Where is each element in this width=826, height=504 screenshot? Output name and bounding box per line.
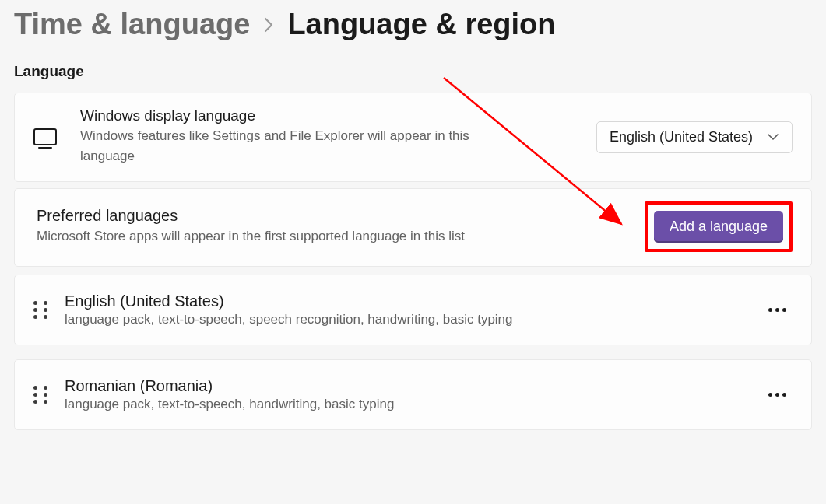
breadcrumb-parent-link[interactable]: Time & language [14,8,250,41]
language-more-button[interactable] [761,379,793,410]
language-features: language pack, text-to-speech, handwriti… [65,397,747,412]
language-name: Romanian (Romania) [65,377,747,395]
display-language-card: Windows display language Windows feature… [14,93,812,182]
preferred-languages-title: Preferred languages [37,207,645,225]
drag-handle-icon[interactable] [33,301,51,318]
drag-handle-icon[interactable] [33,386,51,403]
language-name: English (United States) [65,292,747,310]
language-item: English (United States) language pack, t… [14,275,812,345]
chevron-down-icon [767,133,779,141]
display-language-value: English (United States) [610,129,753,145]
preferred-languages-subtitle: Microsoft Store apps will appear in the … [37,226,645,247]
add-language-button[interactable]: Add a language [654,211,783,243]
display-language-dropdown[interactable]: English (United States) [596,121,793,153]
language-item: Romanian (Romania) language pack, text-t… [14,359,812,430]
display-language-subtitle: Windows features like Settings and File … [80,126,501,167]
chevron-right-icon [262,16,275,33]
breadcrumb: Time & language Language & region [14,8,812,41]
annotation-highlight: Add a language [645,201,793,252]
monitor-icon [33,128,57,145]
display-language-title: Windows display language [80,107,596,124]
language-features: language pack, text-to-speech, speech re… [65,312,747,327]
section-heading-language: Language [14,63,812,80]
page-title: Language & region [287,8,555,41]
preferred-languages-card: Preferred languages Microsoft Store apps… [14,188,812,267]
language-more-button[interactable] [761,294,793,325]
